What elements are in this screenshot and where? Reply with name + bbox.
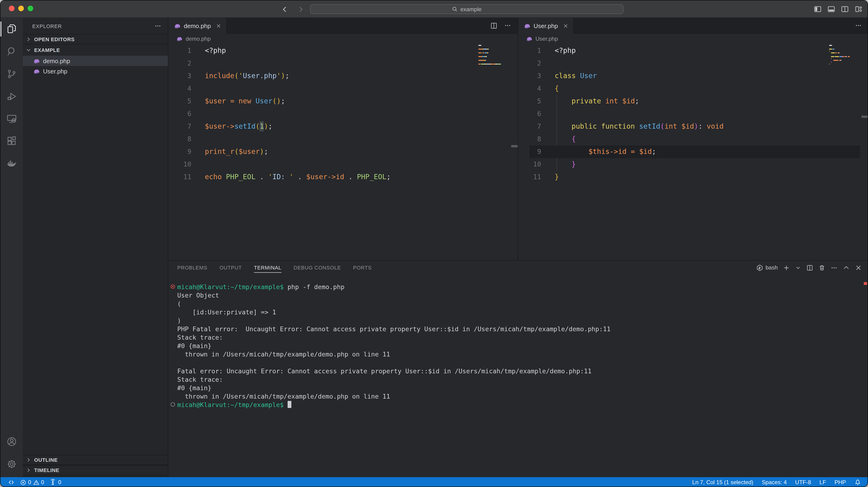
line-number: 9 — [518, 146, 541, 158]
close-tab-icon[interactable] — [216, 23, 222, 29]
customize-layout-icon[interactable] — [854, 4, 863, 13]
extensions-icon[interactable] — [0, 130, 23, 153]
notifications-bell-icon[interactable] — [851, 477, 864, 487]
terminal-line: ) — [177, 316, 868, 325]
panel-more-actions-icon[interactable] — [831, 264, 838, 271]
language-mode[interactable]: PHP — [832, 477, 849, 487]
back-arrow-icon[interactable] — [279, 4, 290, 15]
panel-tab-ports[interactable]: PORTS — [353, 261, 372, 275]
code-line-1: 1<?php — [168, 44, 518, 57]
remote-indicator[interactable] — [5, 477, 17, 487]
maximize-window-button[interactable] — [28, 6, 33, 11]
code-line-3: 3include('User.php'); — [168, 70, 518, 82]
breadcrumb-item: User.php — [535, 35, 558, 42]
terminal-cursor — [287, 401, 291, 408]
toggle-secondary-sidebar-icon[interactable] — [840, 4, 849, 13]
eol-setting[interactable]: LF — [817, 477, 829, 487]
terminal-line: Fatal error: Uncaught Error: Cannot acce… — [177, 367, 868, 375]
panel-tab-problems[interactable]: PROBLEMS — [177, 261, 208, 275]
forward-arrow-icon[interactable] — [295, 4, 306, 15]
minimap-line — [829, 56, 862, 58]
code-line-4: 4{ — [518, 82, 868, 95]
line-number: 8 — [168, 133, 191, 146]
minimap-line — [478, 56, 511, 58]
panel-tab-terminal[interactable]: TERMINAL — [254, 261, 282, 275]
terminal-line: [id:User:private] => 1 — [177, 308, 868, 316]
editor-more-actions-icon[interactable] — [855, 22, 862, 29]
encoding-setting[interactable]: UTF-8 — [793, 477, 814, 487]
php-file-icon — [526, 35, 533, 42]
command-center-search[interactable]: example — [310, 4, 623, 14]
minimap-line — [478, 45, 511, 47]
open-editors-section[interactable]: OPEN EDITORS — [23, 34, 168, 44]
editor-more-actions-icon[interactable] — [504, 22, 511, 29]
file-name: demo.php — [43, 57, 70, 64]
new-terminal-icon[interactable] — [783, 264, 790, 271]
minimap[interactable] — [829, 45, 862, 65]
chevron-right-icon — [25, 36, 32, 42]
source-control-icon[interactable] — [0, 63, 23, 85]
docker-icon[interactable] — [0, 153, 23, 175]
command-icon — [170, 402, 175, 407]
terminal-profile-dropdown-icon[interactable] — [795, 265, 801, 271]
minimap[interactable] — [478, 45, 511, 65]
line-number: 8 — [518, 133, 541, 146]
code-line-2: 2 — [168, 57, 518, 70]
minimap-line — [478, 60, 511, 62]
line-number: 7 — [168, 120, 191, 133]
code-line-8: 8 — [168, 133, 518, 146]
minimap-line — [478, 62, 511, 64]
terminal-output[interactable]: micah@Klarvut:~/tmp/example$ php -f demo… — [168, 275, 868, 409]
breadcrumb[interactable]: demo.php — [168, 34, 518, 44]
panel-tab-output[interactable]: OUTPUT — [220, 261, 242, 275]
minimize-window-button[interactable] — [18, 6, 24, 11]
ports-indicator[interactable]: 0 — [47, 477, 64, 487]
remote-explorer-icon[interactable] — [0, 108, 23, 130]
file-item-user-php[interactable]: User.php — [23, 66, 168, 76]
split-terminal-icon[interactable] — [806, 264, 813, 271]
breadcrumb[interactable]: User.php — [518, 34, 868, 44]
terminal-line: User Object — [177, 291, 868, 299]
terminal-shell-picker[interactable]: bash — [756, 264, 778, 271]
terminal-line: PHP Fatal error: Uncaught Error: Cannot … — [177, 325, 868, 333]
close-tab-icon[interactable] — [563, 23, 569, 29]
code-editor-demo-php[interactable]: 1<?php23include('User.php');45$user = ne… — [168, 44, 518, 260]
folder-section-example[interactable]: EXAMPLE — [23, 44, 168, 56]
tab-label: User.php — [534, 22, 558, 29]
toggle-primary-sidebar-icon[interactable] — [813, 4, 822, 13]
file-item-demo-php[interactable]: demo.php — [23, 56, 168, 66]
code-editor-user-php[interactable]: 1<?php23class User4{5 private int $id;67… — [518, 44, 868, 260]
timeline-section[interactable]: TIMELINE — [23, 465, 168, 475]
minimap-line — [829, 54, 862, 56]
explorer-icon[interactable] — [0, 18, 23, 40]
cursor-position[interactable]: Ln 7, Col 15 (1 selected) — [689, 477, 756, 487]
split-editor-icon[interactable] — [490, 22, 498, 29]
terminal-line: micah@Klarvut:~/tmp/example$ php -f demo… — [177, 282, 868, 291]
settings-gear-icon[interactable] — [0, 453, 23, 475]
folder-label: EXAMPLE — [34, 47, 60, 53]
shell-label: bash — [766, 264, 778, 271]
toggle-panel-icon[interactable] — [826, 4, 836, 13]
terminal-prompt: micah@Klarvut:~/tmp/example$ — [177, 401, 284, 408]
terminal-line: Stack trace: — [177, 333, 868, 341]
scrollbar-thumb[interactable] — [862, 116, 868, 118]
scrollbar-thumb[interactable] — [511, 145, 518, 147]
tab-user-php[interactable]: User.php — [518, 18, 574, 34]
close-panel-icon[interactable] — [855, 264, 862, 271]
terminal-line: micah@Klarvut:~/tmp/example$ — [177, 400, 868, 409]
tab-demo-php[interactable]: demo.php — [168, 18, 227, 34]
run-and-debug-icon[interactable] — [0, 85, 23, 108]
maximize-panel-icon[interactable] — [843, 264, 850, 271]
problems-indicator[interactable]: 0 0 — [17, 477, 47, 487]
explorer-more-actions-icon[interactable] — [154, 23, 161, 29]
close-window-button[interactable] — [9, 6, 14, 11]
outline-section[interactable]: OUTLINE — [23, 455, 168, 465]
search-icon[interactable] — [0, 40, 23, 63]
accounts-icon[interactable] — [0, 430, 23, 453]
kill-terminal-trash-icon[interactable] — [818, 264, 826, 271]
minimap-line — [829, 62, 862, 64]
terminal-line: thrown in /Users/micah/tmp/example/demo.… — [177, 350, 868, 358]
panel-tab-debug-console[interactable]: DEBUG CONSOLE — [294, 261, 341, 275]
code-line-11: 11} — [518, 171, 868, 183]
indentation-setting[interactable]: Spaces: 4 — [759, 477, 790, 487]
